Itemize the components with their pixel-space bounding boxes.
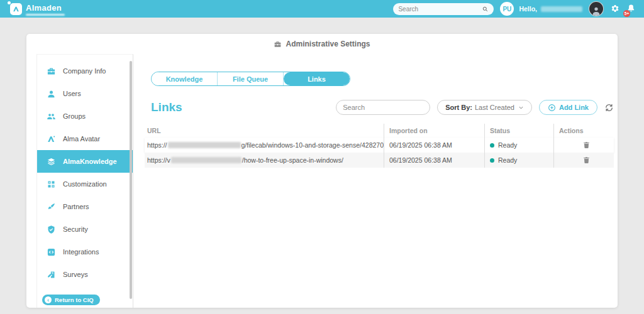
group-icon <box>47 112 56 121</box>
url-suffix: /how-to-free-up-space-in-windows/ <box>242 156 343 164</box>
sort-by-value: Last Created <box>475 104 514 111</box>
sidebar-item-label: Groups <box>63 112 86 120</box>
sidebar-item-label: Customization <box>63 180 107 188</box>
links-panel: Knowledge File Queue Links Links Sort <box>133 54 618 308</box>
url-cell: https://v /how-to-free-up-space-in-windo… <box>145 153 384 168</box>
actions-cell <box>553 138 614 153</box>
user-initials-badge[interactable]: PU <box>500 2 514 16</box>
sidebar-item-integrations[interactable]: Integrations <box>37 241 133 263</box>
links-search[interactable] <box>336 100 430 115</box>
status-cell: Ready <box>484 138 553 153</box>
briefcase-icon <box>47 67 56 76</box>
column-header-imported-on: Imported on <box>384 124 484 138</box>
global-search[interactable] <box>393 3 494 15</box>
column-header-status: Status <box>484 124 553 138</box>
sidebar-item-label: Company Info <box>63 67 106 75</box>
sidebar-item-company-info[interactable]: Company Info <box>37 60 133 82</box>
url-prefix: https://v <box>147 156 170 164</box>
return-to-ciq-label: Return to CIQ <box>55 296 94 303</box>
settings-sidebar: Company Info Users Groups Alma Avatar Al… <box>36 54 133 308</box>
url-redacted-segment <box>168 142 241 148</box>
sidebar-item-label: Integrations <box>63 248 99 256</box>
links-search-input[interactable] <box>343 104 432 111</box>
sidebar-item-users[interactable]: Users <box>37 82 133 105</box>
status-ready-dot <box>490 143 494 148</box>
delete-link-button[interactable] <box>582 156 591 165</box>
sidebar-item-groups[interactable]: Groups <box>37 105 133 127</box>
notifications-bell-icon[interactable]: 5+ <box>626 4 636 14</box>
actions-cell <box>553 153 614 168</box>
trash-icon <box>582 141 591 149</box>
tab-links[interactable]: Links <box>284 72 350 85</box>
page-title: Administrative Settings <box>26 34 618 54</box>
sidebar-item-partners[interactable]: Partners <box>37 195 133 218</box>
return-to-ciq-button[interactable]: ‹ Return to CIQ <box>42 295 100 305</box>
avatar[interactable] <box>589 1 604 16</box>
column-header-actions: Actions <box>553 124 614 138</box>
brand-tagline-redacted <box>26 14 65 16</box>
brand[interactable]: Almaden <box>10 2 65 16</box>
add-link-button[interactable]: Add Link <box>539 100 597 115</box>
top-bar: Almaden PU Hello, 5+ <box>0 0 644 18</box>
grid-icon <box>47 180 56 189</box>
table-row: https://v /how-to-free-up-space-in-windo… <box>145 153 614 168</box>
table-row: https:// g/filecab/windows-10-and-storag… <box>145 138 614 153</box>
sidebar-item-label: Surveys <box>63 271 88 278</box>
status-text: Ready <box>498 141 517 149</box>
sidebar-item-alma-avatar[interactable]: Alma Avatar <box>37 127 133 150</box>
sort-by-label: Sort By: <box>445 104 472 111</box>
survey-icon <box>47 270 56 279</box>
trash-icon <box>582 156 591 165</box>
admin-settings-card: Administrative Settings Company Info Use… <box>26 34 618 308</box>
alma-logo-icon <box>47 134 56 144</box>
status-text: Ready <box>498 156 517 164</box>
column-header-url: URL <box>145 124 384 138</box>
links-table: URL Imported on Status Actions https:// … <box>145 124 614 168</box>
sidebar-item-surveys[interactable]: Surveys <box>37 263 133 286</box>
brush-icon <box>47 202 56 212</box>
plus-circle-icon <box>548 104 556 112</box>
search-icon <box>482 6 489 13</box>
delete-link-button[interactable] <box>582 141 591 150</box>
logo-dot <box>8 1 11 4</box>
settings-gear-icon[interactable] <box>610 4 620 14</box>
sidebar-item-label: AlmaKnowledge <box>63 158 117 165</box>
layers-icon <box>47 157 56 166</box>
shield-check-icon <box>47 225 56 234</box>
code-icon <box>47 247 56 257</box>
brand-name: Almaden <box>26 4 65 13</box>
imported-on-cell: 06/19/2025 06:38 AM <box>384 153 484 168</box>
sidebar-scrollbar[interactable] <box>130 61 132 299</box>
global-search-input[interactable] <box>398 6 482 13</box>
page-title-text: Administrative Settings <box>286 40 370 48</box>
url-redacted-segment <box>171 157 242 163</box>
sidebar-item-label: Partners <box>63 203 89 210</box>
user-icon <box>47 89 56 99</box>
greeting-text: Hello, <box>519 5 537 13</box>
sort-by-dropdown[interactable]: Sort By: Last Created <box>437 100 532 115</box>
notification-count-badge: 5+ <box>623 10 630 17</box>
almaden-logo-icon <box>10 3 22 15</box>
sidebar-item-label: Alma Avatar <box>63 135 100 143</box>
sidebar-item-label: Security <box>63 225 88 233</box>
chevron-left-icon: ‹ <box>45 296 52 303</box>
tab-file-queue[interactable]: File Queue <box>218 72 284 85</box>
sidebar-item-label: Users <box>63 90 81 97</box>
url-suffix: g/filecab/windows-10-and-storage-sense/4… <box>242 141 384 149</box>
user-name-redacted <box>541 6 582 12</box>
status-ready-dot <box>490 158 494 163</box>
imported-on-cell: 06/19/2025 06:38 AM <box>384 138 484 153</box>
sidebar-item-security[interactable]: Security <box>37 218 133 241</box>
sidebar-item-customization[interactable]: Customization <box>37 173 133 195</box>
table-header-row: URL Imported on Status Actions <box>145 124 614 138</box>
refresh-icon[interactable] <box>604 103 614 112</box>
status-cell: Ready <box>484 153 553 168</box>
chevron-down-icon <box>518 105 524 111</box>
section-title: Links <box>151 100 182 114</box>
add-link-label: Add Link <box>559 104 589 111</box>
sidebar-item-almaknowledge[interactable]: AlmaKnowledge <box>37 150 133 173</box>
url-cell: https:// g/filecab/windows-10-and-storag… <box>145 138 384 153</box>
briefcase-icon <box>274 40 282 48</box>
tab-knowledge[interactable]: Knowledge <box>152 72 218 85</box>
knowledge-tabs: Knowledge File Queue Links <box>151 72 350 86</box>
